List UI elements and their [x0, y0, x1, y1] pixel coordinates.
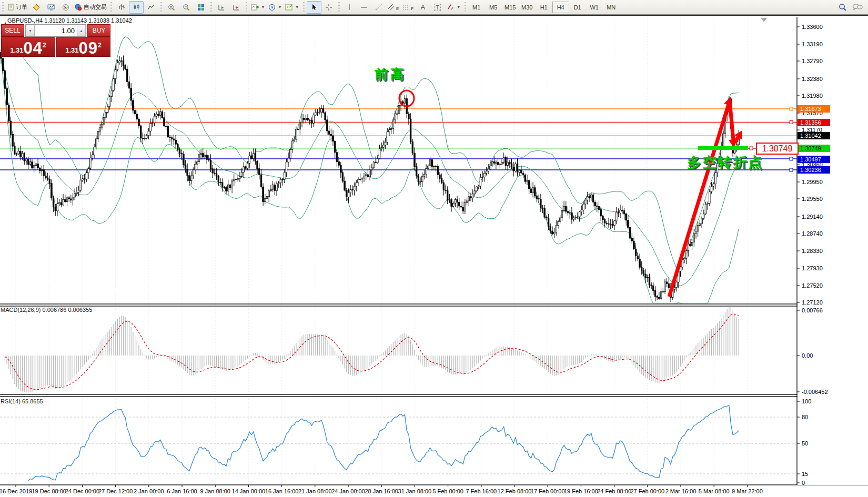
auto-trading-button[interactable]: 自动交易 [73, 1, 108, 14]
toolbar-grip [209, 2, 213, 13]
date-tick: 16 Jan 16:00 [265, 488, 299, 494]
horizontal-line-tool-button[interactable] [357, 1, 371, 14]
buy-button[interactable]: BUY [87, 24, 110, 37]
timeframe-h4[interactable]: H4 [552, 2, 569, 13]
sell-price-display[interactable]: 1.31042 [1, 37, 55, 57]
price-tick: 1.29550 [802, 196, 823, 202]
svg-text:50: 50 [802, 440, 808, 447]
volume-decrease-button[interactable]: ▼ [26, 25, 35, 36]
date-tick: 27 Dec 12:00 [98, 488, 133, 494]
chat-button[interactable] [850, 1, 865, 14]
toolbar-grip [159, 2, 163, 13]
price-tick: 1.27520 [802, 282, 823, 289]
date-tick: 6 Jan 16:00 [167, 488, 197, 494]
date-tick: 2 Mar 16:00 [665, 488, 697, 494]
timeframe-m15[interactable]: M15 [502, 2, 519, 13]
price-tick: 1.32790 [802, 58, 823, 64]
price-tick: 1.29950 [802, 179, 823, 185]
sell-price-sup: 2 [43, 42, 46, 49]
turning-point-annotation[interactable]: 多空转折点 [687, 153, 763, 172]
toolbar-grip [337, 2, 341, 13]
trendline-tool-button[interactable] [371, 1, 386, 14]
date-tick: 31 Jan 08:00 [398, 488, 432, 494]
vertical-line-tool-button[interactable] [342, 1, 357, 14]
auto-scroll-icon [218, 4, 225, 11]
search-button[interactable] [835, 1, 850, 14]
candlestick-mode-button[interactable] [129, 1, 144, 14]
zoom-in-button[interactable] [164, 1, 179, 14]
search-icon [839, 3, 847, 12]
toolbar-grip [1, 2, 5, 13]
timeframe-m5[interactable]: M5 [485, 2, 502, 13]
timeframe-m30[interactable]: M30 [519, 2, 536, 13]
mt4-window: 订单 自动交易 ▼ ▼ ▼ E F A T ▼ [0, 0, 868, 497]
price-badge: 1.30749 [800, 145, 821, 151]
text-tool-button[interactable]: A [416, 1, 430, 14]
arrows-icon [447, 4, 455, 11]
date-tick: 27 Feb 00:00 [630, 488, 664, 494]
zoom-out-button[interactable] [179, 1, 194, 14]
date-tick: 17 Feb 00:00 [531, 488, 565, 494]
date-tick: 19 Feb 16:00 [564, 488, 598, 494]
date-tick: 21 Jan 08:00 [298, 488, 332, 494]
buy-price-big: 09 [79, 40, 98, 56]
date-tick: 5 Feb 00:00 [432, 488, 463, 494]
sell-price-prefix: 1.31 [10, 46, 23, 54]
label-tool-button[interactable]: T [430, 1, 445, 14]
price-badge: 1.31673 [800, 106, 821, 112]
chart-window[interactable]: 1.336001.331901.327901.323801.319801.315… [0, 16, 868, 497]
price-tick: 1.33600 [802, 24, 823, 30]
tile-windows-button[interactable] [194, 1, 208, 14]
line-chart-mode-button[interactable] [144, 1, 158, 14]
auto-scroll-button[interactable] [214, 1, 229, 14]
timeframe-w1[interactable]: W1 [586, 2, 603, 13]
channel-icon [388, 4, 396, 11]
timeframe-d1[interactable]: D1 [569, 2, 586, 13]
line-chart-icon [148, 4, 155, 11]
timeframe-m1[interactable]: M1 [468, 2, 485, 13]
cursor-icon [311, 4, 317, 11]
chart-window-icon [1, 19, 6, 23]
toolbar-grip [109, 2, 113, 13]
chart-title: GBPUSD-,H4 1.31120 1.31143 1.31038 1.310… [7, 17, 132, 24]
chart-shift-button[interactable] [229, 1, 244, 14]
periods-button[interactable]: ▼ [267, 1, 284, 14]
svg-text:100: 100 [802, 398, 811, 404]
date-tick: 5 Mar 08:00 [699, 488, 730, 494]
new-order-icon [7, 4, 14, 11]
indicators-button[interactable]: ▼ [249, 1, 267, 14]
crosshair-tool-button[interactable] [321, 1, 336, 14]
volume-increase-button[interactable]: ▲ [77, 25, 86, 36]
arrows-tool-button[interactable]: ▼ [445, 1, 462, 14]
timeframe-h1[interactable]: H1 [536, 2, 552, 13]
signals-button[interactable] [58, 1, 73, 14]
timeframe-mn[interactable]: MN [603, 2, 620, 13]
volume-stepper: ▼ ▲ [25, 24, 86, 37]
fibonacci-tool-button[interactable]: F [401, 1, 416, 14]
channel-tool-button[interactable]: E [386, 1, 401, 14]
volume-input[interactable] [35, 25, 77, 36]
terminal-button[interactable] [44, 1, 58, 14]
svg-text:0.00: 0.00 [802, 352, 813, 359]
svg-text:15: 15 [802, 471, 808, 477]
chevron-down-icon: ▼ [261, 5, 265, 9]
buy-price-display[interactable]: 1.31092 [56, 37, 110, 57]
market-watch-button[interactable] [29, 1, 44, 14]
sell-button[interactable]: SELL [1, 24, 24, 37]
cursor-tool-button[interactable] [307, 1, 321, 14]
timeframe-bar: M1M5M15M30H1H4D1W1MN [468, 2, 620, 13]
level-price-label[interactable]: 1.30749 [756, 143, 799, 155]
svg-text:80: 80 [802, 414, 808, 420]
price-chart-canvas[interactable]: 1.336001.331901.327901.323801.319801.315… [0, 16, 868, 497]
chevron-down-icon: ▼ [278, 5, 282, 9]
new-order-button[interactable]: 订单 [6, 1, 29, 14]
bar-chart-mode-button[interactable] [114, 1, 129, 14]
date-tick: 19 Dec 08:00 [32, 488, 66, 494]
horizontal-line-icon [360, 5, 368, 10]
channel-letter: E [396, 6, 399, 11]
templates-button[interactable]: ▼ [284, 1, 301, 14]
price-tick: 1.31980 [802, 93, 823, 99]
buy-price-sup: 2 [98, 42, 102, 49]
buy-price-prefix: 1.31 [65, 46, 78, 54]
previous-high-annotation[interactable]: 前高 [375, 65, 406, 84]
